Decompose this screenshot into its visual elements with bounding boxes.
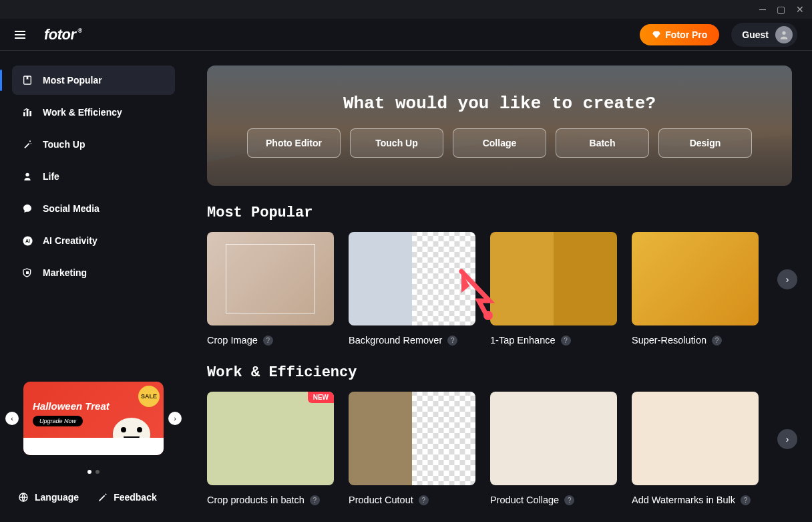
hero-batch-button[interactable]: Batch	[556, 128, 649, 158]
sale-badge: SALE	[138, 386, 160, 407]
bookmark-icon	[21, 74, 33, 86]
thumbnail	[349, 392, 475, 485]
card-title: Product Collage	[490, 495, 559, 505]
svg-point-5	[29, 140, 31, 142]
main: What would you like to create? Photo Edi…	[187, 51, 812, 522]
help-icon[interactable]: ?	[712, 336, 722, 346]
person-icon	[21, 170, 33, 182]
card--tap-enhance[interactable]: 1-Tap Enhance?	[490, 232, 617, 346]
maximize-button[interactable]: ▢	[777, 4, 785, 15]
hero-title: What would you like to create?	[343, 94, 656, 114]
thumbnail	[632, 232, 759, 325]
close-button[interactable]: ✕	[796, 4, 804, 15]
svg-point-6	[31, 143, 31, 144]
thumbnail	[349, 232, 475, 325]
help-icon[interactable]: ?	[419, 495, 429, 505]
hero: What would you like to create? Photo Edi…	[207, 66, 792, 186]
thumbnail	[632, 392, 759, 485]
card-background-remover[interactable]: Background Remover?	[349, 232, 475, 346]
card-title: Super-Resolution	[632, 335, 706, 346]
logo: fotor®	[44, 26, 76, 43]
card-product-collage[interactable]: Product Collage?	[490, 392, 617, 505]
help-icon[interactable]: ?	[741, 495, 751, 505]
card-title: Crop products in batch	[207, 495, 304, 505]
svg-rect-4	[29, 111, 31, 116]
ai-icon: AI	[21, 235, 33, 247]
help-icon[interactable]: ?	[310, 495, 320, 505]
sidebar-item-social-media[interactable]: Social Media	[12, 194, 175, 223]
sidebar: Most PopularWork & EfficiencyTouch UpLif…	[0, 51, 187, 522]
header: fotor® Fotor Pro Guest	[0, 19, 812, 51]
promo-next-button[interactable]: ›	[168, 412, 182, 425]
promo-dots	[12, 465, 175, 477]
pumpkin-icon	[113, 418, 150, 450]
sidebar-item-life[interactable]: Life	[12, 162, 175, 191]
chat-icon	[21, 203, 33, 215]
hero-photo-editor-button[interactable]: Photo Editor	[247, 128, 341, 158]
card-add-watermarks-in-bulk[interactable]: Add Watermarks in Bulk?	[632, 392, 759, 505]
titlebar: ─ ▢ ✕	[0, 0, 812, 19]
bars-icon	[21, 106, 33, 118]
wand-icon	[21, 138, 33, 150]
hero-collage-button[interactable]: Collage	[453, 128, 546, 158]
card-title: Crop Image	[207, 335, 258, 346]
section-title: Work & Efficiency	[207, 364, 792, 381]
new-badge: NEW	[308, 392, 334, 403]
globe-icon	[17, 491, 29, 503]
guest-account[interactable]: Guest	[731, 23, 797, 47]
feedback-link[interactable]: Feedback	[96, 491, 157, 503]
card-super-resolution[interactable]: Super-Resolution?	[632, 232, 759, 346]
section-title: Most Popular	[207, 205, 792, 221]
menu-icon[interactable]	[15, 31, 25, 39]
promo-banner[interactable]: SALE Halloween Treat Upgrade Now	[23, 382, 164, 455]
svg-rect-3	[27, 110, 29, 116]
diamond-icon	[652, 30, 661, 39]
help-icon[interactable]: ?	[564, 495, 574, 505]
promo-prev-button[interactable]: ‹	[5, 412, 19, 425]
thumbnail: NEW	[207, 392, 334, 485]
sidebar-item-work-efficiency[interactable]: Work & Efficiency	[12, 98, 175, 127]
pencil-icon	[96, 491, 108, 503]
svg-point-7	[25, 173, 29, 176]
help-icon[interactable]: ?	[447, 336, 457, 346]
sidebar-item-touch-up[interactable]: Touch Up	[12, 130, 175, 159]
hero-design-button[interactable]: Design	[658, 128, 752, 158]
fotor-pro-button[interactable]: Fotor Pro	[640, 24, 719, 45]
card-title: 1-Tap Enhance	[490, 335, 556, 346]
card-title: Add Watermarks in Bulk	[632, 495, 735, 505]
card-crop-image[interactable]: Crop Image?	[207, 232, 334, 346]
sidebar-item-marketing[interactable]: Marketing	[12, 258, 175, 287]
upgrade-now-button[interactable]: Upgrade Now	[33, 416, 83, 426]
svg-text:AI: AI	[25, 239, 29, 244]
avatar-icon	[775, 26, 793, 43]
next-button[interactable]: ›	[777, 429, 797, 449]
thumbnail	[207, 232, 334, 325]
tag-icon	[21, 267, 33, 279]
language-link[interactable]: Language	[17, 491, 79, 503]
thumbnail	[490, 232, 617, 325]
hero-touch-up-button[interactable]: Touch Up	[350, 128, 443, 158]
sidebar-item-most-popular[interactable]: Most Popular	[12, 66, 175, 95]
next-button[interactable]: ›	[777, 269, 797, 289]
svg-point-0	[782, 31, 785, 34]
minimize-button[interactable]: ─	[759, 4, 766, 15]
thumbnail	[490, 392, 617, 485]
card-crop-products-in-batch[interactable]: NEWCrop products in batch?	[207, 392, 334, 505]
help-icon[interactable]: ?	[263, 336, 273, 346]
sidebar-item-ai-creativity[interactable]: AIAI Creativity	[12, 226, 175, 255]
card-title: Product Cutout	[349, 495, 413, 505]
svg-rect-2	[23, 112, 25, 116]
card-title: Background Remover	[349, 335, 442, 346]
card-product-cutout[interactable]: Product Cutout?	[349, 392, 475, 505]
svg-rect-10	[26, 271, 29, 274]
help-icon[interactable]: ?	[561, 336, 571, 346]
